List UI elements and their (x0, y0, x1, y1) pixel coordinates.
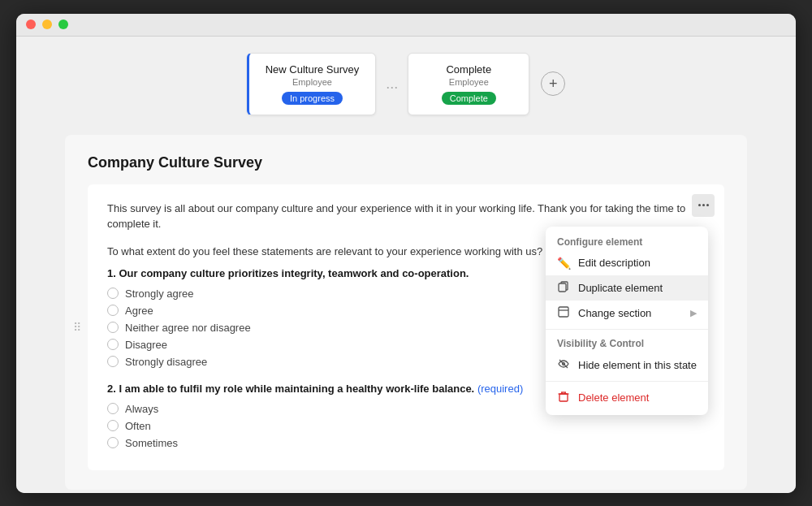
section-icon (557, 306, 570, 320)
menu-item-hide-element[interactable]: Hide element in this state (546, 352, 708, 378)
main-content: New Culture Survey Employee In progress … (16, 37, 796, 493)
close-button[interactable] (26, 19, 36, 29)
label-disagree: Disagree (125, 339, 167, 351)
tab-complete[interactable]: Complete Employee Complete (408, 53, 529, 115)
question-2-number: 2. (107, 383, 119, 395)
tab-title-2: Complete (425, 63, 512, 76)
menu-hide-label: Hide element in this state (578, 359, 697, 371)
menu-change-section-label: Change section (578, 307, 682, 319)
radio-strongly-agree (107, 288, 119, 299)
tab-title-1: New Culture Survey (266, 63, 360, 76)
label-strongly-agree: Strongly agree (125, 288, 194, 300)
drag-handle[interactable]: ⠿ (73, 321, 81, 334)
add-tab-button[interactable]: + (541, 71, 565, 96)
menu-item-edit-description[interactable]: ✏️ Edit description (546, 251, 708, 275)
tab-subtitle-1: Employee (266, 77, 360, 87)
tabs-dots: ... (382, 76, 401, 93)
radio-agree (107, 305, 119, 316)
svg-rect-0 (559, 283, 566, 292)
menu-duplicate-label: Duplicate element (578, 282, 697, 294)
menu-item-change-section[interactable]: Change section ▶ (546, 301, 708, 326)
context-menu: Configure element ✏️ Edit description Du (546, 227, 708, 415)
tab-new-culture-survey[interactable]: New Culture Survey Employee In progress (247, 53, 377, 115)
survey-title: Company Culture Survey (88, 154, 724, 171)
radio-often (107, 420, 119, 431)
option-often[interactable]: Often (107, 420, 705, 432)
label-sometimes: Sometimes (125, 437, 178, 449)
radio-sometimes (107, 437, 119, 448)
chevron-right-icon: ▶ (690, 308, 697, 318)
radio-strongly-disagree (107, 356, 119, 367)
label-always: Always (125, 403, 158, 415)
duplicate-icon (557, 281, 570, 295)
menu-item-duplicate[interactable]: Duplicate element (546, 275, 708, 301)
app-window: New Culture Survey Employee In progress … (16, 14, 796, 493)
svg-rect-5 (559, 394, 568, 401)
menu-section-configure-label: Configure element (546, 231, 708, 251)
dot-2 (702, 204, 705, 206)
eye-off-icon (557, 358, 570, 372)
survey-tabs: New Culture Survey Employee In progress … (247, 53, 566, 115)
pencil-icon: ✏️ (557, 257, 570, 270)
trash-icon (557, 391, 570, 404)
label-strongly-disagree: Strongly disagree (125, 356, 207, 368)
label-neither: Neither agree nor disagree (125, 322, 251, 334)
survey-panel: Company Culture Survey ⠿ This survey is … (65, 135, 747, 490)
element-options-button[interactable] (692, 194, 715, 217)
menu-section-visibility-label: Visibility & Control (546, 333, 708, 352)
menu-divider-2 (546, 381, 708, 382)
option-sometimes[interactable]: Sometimes (107, 437, 705, 449)
menu-divider-1 (546, 329, 708, 330)
titlebar (16, 14, 796, 37)
maximize-button[interactable] (58, 19, 68, 29)
dot-1 (698, 204, 701, 206)
label-often: Often (125, 420, 151, 432)
badge-complete: Complete (442, 92, 496, 105)
menu-edit-label: Edit description (578, 257, 697, 269)
question-1-number: 1. (107, 267, 119, 279)
radio-disagree (107, 339, 119, 350)
menu-item-delete[interactable]: Delete element (546, 385, 708, 410)
survey-body: ⠿ This survey is all about our company c… (88, 184, 724, 470)
tab-subtitle-2: Employee (425, 77, 512, 87)
question-2-text: I am able to fulfil my role while mainta… (119, 383, 474, 395)
svg-rect-1 (559, 307, 568, 317)
dot-3 (706, 204, 709, 206)
question-1-text: Our company culture prioritizes integrit… (119, 267, 469, 279)
required-tag: (required) (477, 383, 523, 395)
radio-always (107, 403, 119, 414)
minimize-button[interactable] (42, 19, 52, 29)
menu-delete-label: Delete element (578, 391, 697, 404)
badge-inprogress: In progress (282, 92, 343, 105)
label-agree: Agree (125, 305, 153, 317)
radio-neither (107, 322, 119, 333)
